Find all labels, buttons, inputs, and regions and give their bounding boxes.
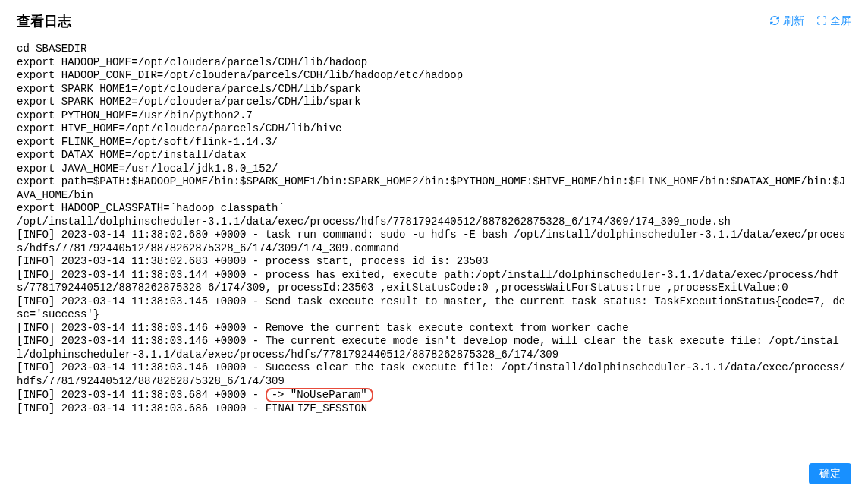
dialog-header: 查看日志 刷新 全屏: [0, 0, 868, 36]
log-line: export HADOOP_CLASSPATH=`hadoop classpat…: [17, 202, 851, 216]
log-line: [INFO] 2023-03-14 11:38:03.144 +0000 - p…: [17, 269, 851, 295]
log-line: export HIVE_HOME=/opt/cloudera/parcels/C…: [17, 122, 851, 136]
log-line: export SPARK_HOME1=/opt/cloudera/parcels…: [17, 83, 851, 96]
log-line: [INFO] 2023-03-14 11:38:03.146 +0000 - R…: [17, 322, 851, 336]
dialog-footer: 确定: [809, 463, 851, 484]
log-line: cd $BASEDIR: [17, 43, 851, 56]
log-line: [INFO] 2023-03-14 11:38:03.146 +0000 - S…: [17, 361, 851, 388]
refresh-label: 刷新: [783, 14, 804, 28]
log-line: export PYTHON_HOME=/usr/bin/python2.7: [17, 109, 851, 123]
fullscreen-label: 全屏: [830, 14, 851, 28]
log-line: export DATAX_HOME=/opt/install/datax: [17, 149, 851, 162]
log-line: export HADOOP_CONF_DIR=/opt/cloudera/par…: [17, 69, 851, 83]
fullscreen-icon: [816, 15, 827, 28]
header-actions: 刷新 全屏: [769, 14, 851, 28]
log-line: export path=$PATH:$HADOOP_HOME/bin:$SPAR…: [17, 175, 851, 202]
log-line: export HADOOP_HOME=/opt/cloudera/parcels…: [17, 56, 851, 70]
refresh-button[interactable]: 刷新: [769, 14, 804, 28]
log-line: [INFO] 2023-03-14 11:38:03.145 +0000 - S…: [17, 295, 851, 322]
highlight-annotation: -> "NoUseParam": [266, 388, 373, 402]
fullscreen-button[interactable]: 全屏: [816, 14, 851, 28]
log-line: export JAVA_HOME=/usr/local/jdk1.8.0_152…: [17, 162, 851, 176]
log-line: [INFO] 2023-03-14 11:38:03.146 +0000 - T…: [17, 335, 851, 361]
log-line: [INFO] 2023-03-14 11:38:02.680 +0000 - t…: [17, 229, 851, 255]
refresh-icon: [769, 15, 780, 28]
log-line-highlighted: [INFO] 2023-03-14 11:38:03.684 +0000 - -…: [17, 388, 851, 402]
log-line: export FLINK_HOME=/opt/soft/flink-1.14.3…: [17, 136, 851, 150]
log-line: [INFO] 2023-03-14 11:38:03.686 +0000 - F…: [17, 402, 851, 416]
log-line: /opt/install/dolphinscheduler-3.1.1/data…: [17, 216, 851, 229]
log-line: [INFO] 2023-03-14 11:38:02.683 +0000 - p…: [17, 255, 851, 269]
log-line: export SPARK_HOME2=/opt/cloudera/parcels…: [17, 96, 851, 109]
confirm-button[interactable]: 确定: [809, 463, 851, 484]
page-title: 查看日志: [17, 12, 71, 30]
log-content: cd $BASEDIRexport HADOOP_HOME=/opt/cloud…: [0, 36, 868, 422]
